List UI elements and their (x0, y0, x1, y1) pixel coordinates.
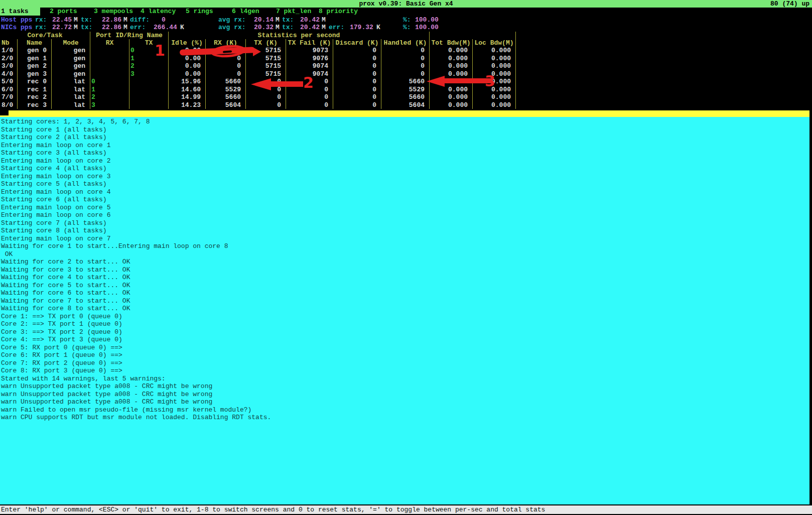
screen-tab-bar: 1 tasks2 ports3 mempools4 latency5 rings… (0, 8, 812, 16)
table-cell: 5715 (246, 62, 286, 70)
table-cell: gen (52, 47, 90, 55)
log-line: Waiting for core 2 to start... OK (0, 258, 809, 266)
table-cell: 4/0 (0, 70, 18, 78)
table-cell: 3 (129, 70, 169, 78)
tab-mempools[interactable]: 3 mempools (93, 8, 133, 16)
table-cell: 8/0 (0, 101, 18, 109)
table-cell: 3/0 (0, 62, 18, 70)
log-line: Entering main loop on core 2 (0, 157, 809, 165)
stats-line-host: Host ppsrx:22.45Mtx:22.86Mdiff:0avg rx:2… (0, 16, 812, 24)
left-arrow-icon (427, 76, 445, 87)
table-cell: 0 (246, 93, 286, 101)
table-cell: 0 (333, 70, 381, 78)
tab-tasks[interactable]: 1 tasks (0, 8, 40, 16)
table-cell: gen (52, 62, 90, 70)
tab-priority[interactable]: 8 priority (318, 8, 358, 16)
table-cell: Discard (K) (333, 39, 381, 47)
table-cell (129, 86, 169, 94)
table-cell: 0 (90, 78, 129, 86)
log-line: Core 1: ==> TX port 0 (queue 0) (0, 313, 809, 321)
log-line: Starting core 7 (all tasks) (0, 219, 809, 227)
table-cell: 5529 (381, 86, 430, 94)
tab-ports[interactable]: 2 ports (49, 8, 77, 16)
stat-token-key: tx: (282, 16, 294, 24)
table-cell: 0.000 (473, 62, 516, 70)
log-line: Starting core 8 (all tasks) (0, 227, 809, 235)
stat-token-label: Host pps (1, 16, 32, 24)
table-row: Core/TaskPort ID/Ring NameStatistics per… (0, 32, 516, 39)
log-line: Started with 14 warnings, last 5 warning… (0, 375, 809, 383)
table-cell (129, 101, 169, 109)
table-cell: gen 2 (18, 62, 52, 70)
table-cell (90, 55, 129, 63)
stat-token-num: 20.42 (300, 24, 320, 31)
table-cell: 0 (333, 62, 381, 70)
stat-token-num: 0 (162, 16, 166, 24)
table-cell: Port ID/Ring Name (90, 32, 169, 39)
log-line: Entering main loop on core 7 (0, 235, 809, 243)
table-cell: 0 (206, 62, 246, 70)
log-line: Core 5: RX port 0 (queue 0) ==> (0, 344, 809, 352)
table-cell: 1 (90, 86, 129, 94)
tab-rings[interactable]: 5 rings (185, 8, 213, 16)
table-cell: gen 0 (18, 47, 52, 55)
table-cell (129, 78, 169, 86)
log-line: Waiting for core 5 to start... OK (0, 282, 809, 290)
table-cell: 0.00 (169, 62, 206, 70)
tab-pkt_len[interactable]: 7 pkt_len (275, 8, 311, 16)
stat-token-unit: M (123, 24, 127, 31)
table-cell: rec 1 (18, 86, 52, 94)
table-cell: Handled (K) (381, 39, 430, 47)
table-cell: rec 0 (18, 78, 52, 86)
log-line: Entering main loop on core 5 (0, 204, 809, 212)
table-cell: 2 (90, 93, 129, 101)
table-cell: 5529 (206, 86, 246, 94)
table-cell: Idle (%) (169, 39, 206, 47)
table-cell: 1/0 (0, 47, 18, 55)
stat-token-num: 20.42 (300, 16, 320, 24)
log-line: Waiting for core 1 to start...Entering m… (0, 242, 809, 250)
table-cell: rec 3 (18, 101, 52, 109)
stat-token-num: 266.44 (154, 24, 177, 31)
table-cell: 0.000 (473, 101, 516, 109)
tab-l4gen[interactable]: 6 l4gen (231, 8, 259, 16)
table-cell: 14.99 (169, 93, 206, 101)
table-cell: 0.000 (430, 55, 473, 63)
log-line: Entering main loop on core 3 (0, 173, 809, 181)
table-cell: 5660 (206, 78, 246, 86)
table-cell: gen 1 (18, 55, 52, 63)
stat-token-num: 20.14 (254, 16, 274, 24)
table-cell: 2 (129, 62, 169, 70)
table-cell: 0 (333, 47, 381, 55)
stat-token-num: 100.00 (415, 24, 439, 31)
table-cell: 0.000 (430, 62, 473, 70)
table-cell: 0 (381, 62, 430, 70)
tab-latency[interactable]: 4 latency (140, 8, 176, 16)
table-cell: 0.000 (430, 101, 473, 109)
stat-token-unit: K (376, 24, 380, 31)
annotation-2-label: 2 (303, 75, 314, 90)
table-cell: 14.23 (169, 101, 206, 109)
log-line: Waiting for core 8 to start... OK (0, 305, 809, 313)
table-cell: 0 (333, 86, 381, 94)
log-line: Starting core 3 (all tasks) (0, 149, 809, 157)
stat-token-key: rx: (35, 24, 47, 31)
log-line: Waiting for core 3 to start... OK (0, 266, 809, 274)
stat-token-key: %: (403, 24, 411, 31)
uptime-counter: 80 (74) up (770, 0, 809, 8)
annotation-1-label: 1 (155, 43, 165, 58)
console-log: Starting cores: 1, 2, 3, 4, 5, 6, 7, 8St… (0, 117, 809, 504)
table-cell: Loc Bdw(M) (473, 39, 516, 47)
table-cell: 5660 (381, 78, 430, 86)
log-line: Waiting for core 6 to start... OK (0, 289, 809, 297)
log-line: Core 7: RX port 2 (queue 0) ==> (0, 359, 809, 367)
log-line: warn Unsupported packet type a008 - CRC … (0, 391, 809, 399)
scribble-tip (253, 47, 261, 56)
log-line: Starting core 2 (all tasks) (0, 134, 809, 142)
table-cell: Nb (0, 39, 18, 47)
title-bar: prox v0.39: Basic Gen x4 80 (74) up (0, 0, 812, 8)
stat-token-key: diff: (130, 16, 150, 24)
yellow-separator-bar (0, 110, 809, 117)
stat-token-key: avg rx: (218, 16, 246, 24)
table-cell: TX (K) (246, 39, 286, 47)
